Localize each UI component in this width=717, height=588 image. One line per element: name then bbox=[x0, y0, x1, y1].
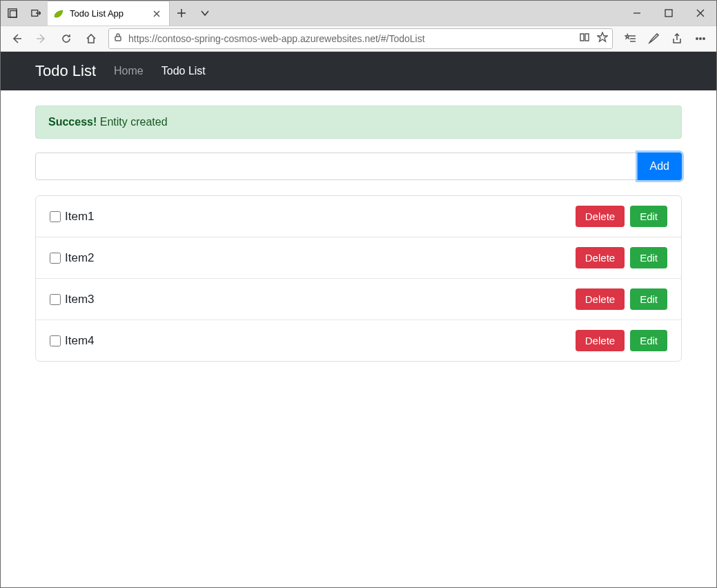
browser-tab[interactable]: Todo List App bbox=[48, 1, 170, 26]
edit-button[interactable]: Edit bbox=[630, 288, 667, 310]
todo-list: Item1DeleteEditItem2DeleteEditItem3Delet… bbox=[35, 195, 682, 362]
new-tab-button[interactable] bbox=[170, 1, 193, 26]
page-container: Success! Entity created Add Item1DeleteE… bbox=[1, 90, 716, 377]
favorites-list-icon[interactable] bbox=[618, 28, 642, 50]
list-item-left: Item3 bbox=[50, 293, 95, 306]
tabs-overflow-button[interactable] bbox=[193, 1, 217, 26]
window-maximize-button[interactable] bbox=[653, 1, 685, 26]
window-close-button[interactable] bbox=[685, 1, 716, 26]
svg-rect-3 bbox=[665, 10, 672, 17]
add-item-row: Add bbox=[35, 153, 682, 180]
list-item-left: Item1 bbox=[50, 210, 95, 224]
browser-toolbar bbox=[1, 26, 716, 52]
list-item: Item2DeleteEdit bbox=[36, 237, 681, 278]
titlebar: Todo List App bbox=[1, 1, 716, 26]
success-alert: Success! Entity created bbox=[35, 106, 682, 139]
navbar-brand: Todo List bbox=[35, 62, 96, 80]
delete-button[interactable]: Delete bbox=[576, 288, 625, 310]
url-input[interactable] bbox=[128, 33, 573, 44]
delete-button[interactable]: Delete bbox=[576, 247, 625, 268]
delete-button[interactable]: Delete bbox=[576, 206, 625, 227]
item-label: Item1 bbox=[65, 210, 95, 224]
tab-close-button[interactable] bbox=[151, 8, 162, 19]
delete-button[interactable]: Delete bbox=[576, 330, 625, 351]
edit-button[interactable]: Edit bbox=[630, 247, 667, 268]
new-item-input[interactable] bbox=[35, 153, 638, 180]
nav-link-todolist[interactable]: Todo List bbox=[161, 65, 206, 77]
lock-icon bbox=[113, 32, 123, 45]
list-item: Item1DeleteEdit bbox=[36, 196, 681, 237]
item-label: Item4 bbox=[65, 334, 95, 348]
list-item: Item3DeleteEdit bbox=[36, 278, 681, 320]
tab-title: Todo List App bbox=[70, 8, 146, 19]
app-navbar: Todo List Home Todo List bbox=[1, 52, 716, 90]
window-minimize-button[interactable] bbox=[621, 1, 653, 26]
item-checkbox[interactable] bbox=[50, 294, 61, 305]
nav-link-home[interactable]: Home bbox=[114, 65, 144, 77]
svg-point-5 bbox=[696, 38, 698, 39]
nav-forward-button[interactable] bbox=[30, 28, 53, 50]
tab-actions-icon[interactable] bbox=[1, 1, 24, 26]
address-bar-right bbox=[579, 32, 608, 46]
alert-text: Entity created bbox=[97, 116, 167, 128]
notes-icon[interactable] bbox=[642, 28, 665, 50]
set-aside-tabs-icon[interactable] bbox=[24, 1, 48, 26]
item-checkbox[interactable] bbox=[50, 253, 61, 264]
toolbar-right bbox=[618, 28, 712, 50]
more-menu-icon[interactable] bbox=[689, 28, 712, 50]
item-label: Item3 bbox=[65, 293, 95, 306]
alert-strong: Success! bbox=[48, 116, 97, 128]
svg-point-7 bbox=[703, 38, 705, 39]
svg-rect-1 bbox=[10, 11, 17, 18]
svg-rect-0 bbox=[8, 9, 17, 17]
address-bar[interactable] bbox=[108, 28, 613, 49]
reading-view-icon[interactable] bbox=[579, 32, 590, 46]
nav-refresh-button[interactable] bbox=[55, 28, 78, 50]
share-icon[interactable] bbox=[665, 28, 689, 50]
add-button[interactable]: Add bbox=[638, 153, 682, 180]
edit-button[interactable]: Edit bbox=[630, 206, 667, 227]
list-item-left: Item2 bbox=[50, 251, 95, 265]
page-viewport: Todo List Home Todo List Success! Entity… bbox=[1, 52, 716, 587]
edit-button[interactable]: Edit bbox=[630, 330, 667, 351]
item-checkbox[interactable] bbox=[50, 335, 61, 346]
item-label: Item2 bbox=[65, 251, 95, 265]
favorite-star-icon[interactable] bbox=[597, 32, 608, 46]
item-checkbox[interactable] bbox=[50, 211, 61, 222]
svg-rect-4 bbox=[115, 37, 121, 41]
browser-window: Todo List App bbox=[0, 0, 717, 588]
list-item-left: Item4 bbox=[50, 334, 95, 348]
nav-home-button[interactable] bbox=[79, 28, 103, 50]
titlebar-left bbox=[1, 1, 48, 26]
list-item: Item4DeleteEdit bbox=[36, 320, 681, 361]
nav-back-button[interactable] bbox=[5, 28, 28, 50]
window-controls bbox=[621, 1, 716, 26]
svg-point-6 bbox=[700, 38, 701, 39]
favicon-leaf-icon bbox=[53, 8, 64, 19]
